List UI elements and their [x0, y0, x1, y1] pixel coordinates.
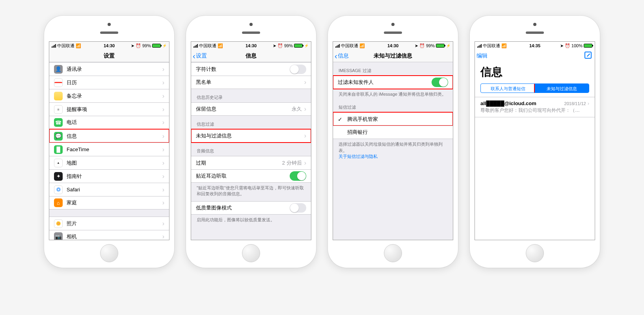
chevron-right-icon: › [162, 106, 164, 113]
status-time: 14:30 [246, 43, 257, 48]
messages-title: 信息 [475, 62, 595, 83]
settings-row-safari[interactable]: ❂Safari› [49, 183, 169, 196]
settings-row-reminders[interactable]: ≡提醒事项› [49, 102, 169, 116]
safari-icon: ❂ [54, 185, 63, 194]
keep-value: 永久 [292, 106, 302, 113]
message-sender: all█████@icloud.com [480, 100, 536, 106]
chevron-right-icon: › [588, 100, 589, 106]
chevron-right-icon: › [162, 220, 164, 227]
chevron-right-icon: › [162, 173, 164, 180]
screen-1: 中国联通 📶 14:30 ➤ ⏰ 99%⚡ 设置 👤通讯录› 日历› 备忘录› … [49, 41, 169, 240]
chevron-left-icon: ‹ [335, 52, 337, 60]
filter-unknown-toggle[interactable] [432, 78, 448, 87]
row-expire[interactable]: 过期2 分钟后› [191, 156, 311, 169]
status-time: 14:35 [529, 43, 540, 48]
status-time: 14:30 [387, 43, 398, 48]
row-low-quality[interactable]: 低质量图像模式 [191, 201, 311, 215]
chevron-right-icon: › [162, 66, 164, 73]
phone-frame-2: 中国联通 📶 14:30 ➤ ⏰ 99%⚡ ‹设置 信息 字符计数 黑名单› 信… [186, 16, 316, 268]
home-button[interactable] [526, 244, 544, 262]
settings-row-maps[interactable]: ▲地图› [49, 156, 169, 169]
settings-row-contacts[interactable]: 👤通讯录› [49, 62, 169, 76]
nav-title: 信息 [246, 52, 257, 59]
wifi-icon: 📶 [76, 43, 81, 48]
filter-segmented-control[interactable]: 联系人与普通短信 未知与过滤信息 [480, 83, 589, 93]
location-icon: ➤ [415, 43, 418, 48]
chevron-left-icon: ‹ [193, 52, 195, 60]
group-header-history: 信息历史记录 [191, 89, 311, 102]
home-button[interactable] [242, 244, 260, 262]
charging-icon: ⚡ [304, 44, 309, 48]
row-unknown-filter[interactable]: 未知与过滤信息› [191, 129, 311, 143]
chevron-right-icon: › [162, 119, 164, 126]
phone-frame-1: 中国联通 📶 14:30 ➤ ⏰ 99%⚡ 设置 👤通讯录› 日历› 备忘录› … [44, 16, 174, 268]
chevron-right-icon: › [162, 186, 164, 193]
chevron-right-icon: › [304, 106, 306, 113]
alarm-icon: ⏰ [136, 43, 141, 48]
chevron-right-icon: › [162, 146, 164, 153]
expire-value: 2 分钟后 [282, 159, 302, 167]
settings-row-compass[interactable]: ✦指南针› [49, 169, 169, 183]
home-button[interactable] [100, 244, 118, 262]
wifi-icon: 📶 [359, 43, 365, 48]
group-header-filter: 信息过滤 [191, 116, 311, 129]
message-preview: 尊敬的客户您好：我们公司现可向外代开：（… [480, 107, 589, 114]
charging-icon: ⚡ [446, 44, 450, 48]
sms-filter-note: 选择过滤器以关闭垃圾短信的通知并将其归类到单独列表。关于短信过滤与隐私 [333, 139, 453, 161]
low-quality-note: 启用此功能后，图像将以较低质量发送。 [191, 215, 311, 224]
settings-row-messages[interactable]: 💬信息› [49, 129, 169, 143]
low-quality-toggle[interactable] [290, 203, 306, 213]
alarm-icon: ⏰ [565, 43, 570, 48]
settings-row-photos[interactable]: 🌼照片› [49, 217, 169, 230]
battery-icon [584, 44, 592, 48]
settings-row-calendar[interactable]: 日历› [49, 76, 169, 89]
message-date: 2018/11/12 [564, 101, 586, 106]
row-raise-listen[interactable]: 贴近耳边听取 [191, 169, 311, 183]
row-blacklist[interactable]: 黑名单› [191, 76, 311, 89]
nav-bar: 设置 [49, 50, 169, 62]
compose-button[interactable] [584, 52, 592, 60]
row-char-count[interactable]: 字符计数 [191, 62, 311, 76]
battery-percent: 99% [426, 43, 435, 48]
battery-percent: 99% [142, 43, 151, 48]
settings-row-phone[interactable]: ☎电话› [49, 116, 169, 129]
status-time: 14:30 [104, 43, 115, 48]
signal-bars-icon [335, 44, 340, 48]
status-bar: 中国联通 📶 14:30 ➤ ⏰ 99%⚡ [333, 42, 453, 50]
filter-unknown-note: 关闭来自非联系人的 iMessage 通知并将信息单独归类。 [333, 89, 453, 99]
phone-icon: ☎ [54, 118, 63, 127]
segment-unknown[interactable]: 未知与过滤信息 [535, 84, 589, 93]
segment-contacts[interactable]: 联系人与普通短信 [481, 84, 535, 93]
settings-row-facetime[interactable]: █FaceTime› [49, 143, 169, 156]
row-filter-unknown[interactable]: 过滤未知发件人 [333, 76, 453, 89]
sms-filter-privacy-link[interactable]: 关于短信过滤与隐私 [339, 154, 378, 159]
back-button[interactable]: ‹信息 [335, 52, 349, 60]
location-icon: ➤ [273, 43, 276, 48]
phone-frame-3: 中国联通 📶 14:30 ➤ ⏰ 99%⚡ ‹信息 未知与过滤信息 IMESSA… [328, 16, 458, 268]
settings-row-camera[interactable]: 📷相机› [49, 230, 169, 240]
message-list-item[interactable]: all█████@icloud.com 2018/11/12› 尊敬的客户您好：… [475, 97, 595, 117]
battery-percent: 100% [571, 43, 583, 48]
row-cmb[interactable]: 招商银行 [333, 126, 453, 139]
back-button[interactable]: ‹设置 [193, 52, 207, 60]
calendar-icon [54, 78, 63, 87]
location-icon: ➤ [131, 43, 134, 48]
raise-listen-toggle[interactable] [290, 171, 306, 181]
checkmark-icon: ✓ [338, 116, 345, 122]
wifi-icon: 📶 [501, 43, 507, 48]
row-tencent-manager[interactable]: ✓腾讯手机管家 [333, 112, 453, 126]
chevron-right-icon: › [162, 93, 164, 100]
status-bar: 中国联通 📶 14:35 ➤ ⏰ 100% [475, 42, 595, 50]
settings-row-notes[interactable]: 备忘录› [49, 89, 169, 102]
contacts-icon: 👤 [54, 65, 63, 74]
row-keep-messages[interactable]: 保留信息永久› [191, 102, 311, 116]
edit-button[interactable]: 编辑 [476, 52, 488, 59]
battery-icon [152, 44, 161, 48]
char-count-toggle[interactable] [290, 65, 306, 74]
settings-row-home[interactable]: ⌂家庭› [49, 196, 169, 209]
home-button[interactable] [384, 244, 402, 262]
nav-bar: ‹设置 信息 [191, 50, 311, 62]
chevron-right-icon: › [162, 159, 164, 167]
signal-bars-icon [52, 44, 56, 48]
compose-icon [584, 52, 592, 59]
